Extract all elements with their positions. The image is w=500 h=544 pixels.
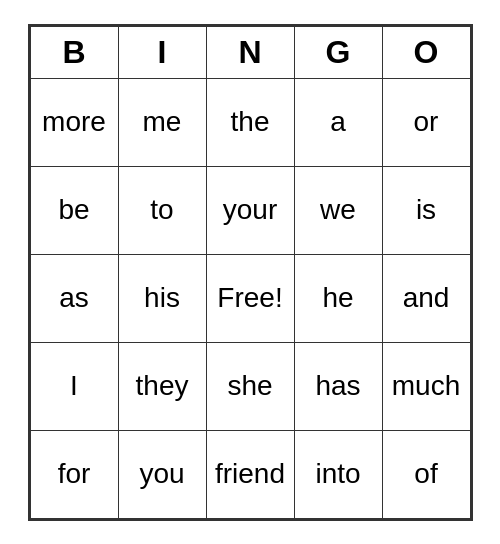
- cell-r3-c0: I: [30, 342, 118, 430]
- header-row: BINGO: [30, 26, 470, 78]
- cell-r0-c2: the: [206, 78, 294, 166]
- cell-r0-c1: me: [118, 78, 206, 166]
- cell-r2-c4: and: [382, 254, 470, 342]
- cell-r0-c0: more: [30, 78, 118, 166]
- table-row: ashisFree!heand: [30, 254, 470, 342]
- cell-r1-c0: be: [30, 166, 118, 254]
- table-row: betoyourweis: [30, 166, 470, 254]
- cell-r3-c2: she: [206, 342, 294, 430]
- header-cell-b: B: [30, 26, 118, 78]
- cell-r3-c3: has: [294, 342, 382, 430]
- cell-r1-c3: we: [294, 166, 382, 254]
- table-row: Itheyshehasmuch: [30, 342, 470, 430]
- cell-r4-c1: you: [118, 430, 206, 518]
- bingo-card: BINGO moremetheaorbetoyourweisashisFree!…: [28, 24, 473, 521]
- table-row: moremetheaor: [30, 78, 470, 166]
- cell-r2-c2: Free!: [206, 254, 294, 342]
- cell-r3-c1: they: [118, 342, 206, 430]
- cell-r2-c1: his: [118, 254, 206, 342]
- cell-r2-c3: he: [294, 254, 382, 342]
- header-cell-o: O: [382, 26, 470, 78]
- table-row: foryoufriendintoof: [30, 430, 470, 518]
- header-cell-n: N: [206, 26, 294, 78]
- cell-r4-c0: for: [30, 430, 118, 518]
- bingo-table: BINGO moremetheaorbetoyourweisashisFree!…: [30, 26, 471, 519]
- cell-r2-c0: as: [30, 254, 118, 342]
- cell-r1-c1: to: [118, 166, 206, 254]
- header-cell-i: I: [118, 26, 206, 78]
- cell-r4-c2: friend: [206, 430, 294, 518]
- cell-r4-c3: into: [294, 430, 382, 518]
- cell-r0-c3: a: [294, 78, 382, 166]
- cell-r0-c4: or: [382, 78, 470, 166]
- cell-r1-c4: is: [382, 166, 470, 254]
- cell-r1-c2: your: [206, 166, 294, 254]
- cell-r3-c4: much: [382, 342, 470, 430]
- header-cell-g: G: [294, 26, 382, 78]
- cell-r4-c4: of: [382, 430, 470, 518]
